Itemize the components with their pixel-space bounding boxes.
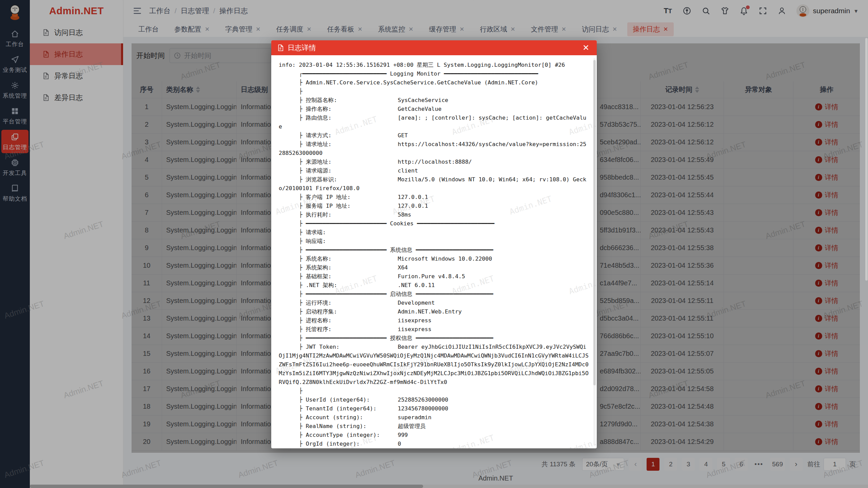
log-line: ├ 来源地址:http://localhost:8888/	[279, 158, 589, 166]
dialog-title: 日志详情	[288, 43, 316, 53]
log-line: ├	[279, 87, 589, 96]
watermark-text: Admin.NET	[274, 55, 319, 57]
log-line: ┌━━━━━━━━━━━━━━━━━━━━━━━━━ Logging Monit…	[279, 69, 589, 78]
log-line: ├ UserId (integer64):252885263000000	[279, 395, 589, 404]
document-icon	[277, 44, 284, 52]
dialog-header: 日志详情 ✕	[271, 40, 597, 55]
log-line: ├ 路由信息:[area]: ; [controller]: sysCache;…	[279, 114, 589, 131]
log-line: ├ Admin.NET.Core.Service.SysCacheService…	[279, 78, 589, 87]
log-line: ├ ━━━━━━━━━━━━━━━━━━━━━━━━ Cookies ━━━━━…	[279, 219, 589, 228]
log-line: ├ 请求端:	[279, 228, 589, 237]
log-line: ├ 响应端:	[279, 237, 589, 246]
log-line: ├ Account (string):superadmin	[279, 413, 589, 422]
log-line: ├ 进程名称:iisexpress	[279, 316, 589, 325]
log-line: ├ JWT Token:Bearer eyJhbGciOiJIUzI1NiIsI…	[279, 343, 589, 387]
watermark-text: Admin.NET	[391, 55, 436, 57]
dialog-scrollbar-thumb[interactable]	[593, 60, 596, 385]
log-line: ├ 浏览器标识:Mozilla/5.0 (Windows NT 10.0; Wi…	[279, 175, 589, 193]
log-line: ├ 启动程序集:Admin.NET.Web.Entry	[279, 307, 589, 316]
log-line: ├ RealName (string):超级管理员	[279, 422, 589, 431]
log-line: ├ 服务端 IP 地址:127.0.0.1	[279, 202, 589, 210]
log-line: ├ 运行环境:Development	[279, 299, 589, 307]
log-line: ├ OrgId (integer):0	[279, 440, 589, 448]
log-line: ├ 系统架构:X64	[279, 263, 589, 272]
log-line: ├ 系统名称:Microsoft Windows 10.0.22000	[279, 255, 589, 263]
log-line: ├ 基础框架:Furion.Pure v4.8.4.5	[279, 272, 589, 281]
dialog-body: info: 2023-01-04 12:55:36.1516291 +08:00…	[271, 55, 597, 448]
app-screen: 工作台业务测试系统管理平台管理日志管理开发工具帮助文档 Admin.NET 访问…	[0, 0, 868, 488]
log-line: ├ 请求端源:client	[279, 166, 589, 175]
log-content: info: 2023-01-04 12:55:36.1516291 +08:00…	[279, 61, 589, 448]
log-line: ├ 操作名称:GetCacheValue	[279, 105, 589, 114]
log-line: ├ 执行耗时:58ms	[279, 210, 589, 219]
log-line: ├ 托管程序:iisexpress	[279, 325, 589, 334]
log-line: ├ ━━━━━━━━━━━━━━━━━━━━━━━━ 启动信息 ━━━━━━━━…	[279, 290, 589, 299]
log-line: ├ 请求方式:GET	[279, 131, 589, 140]
log-line: ├ 客户端 IP 地址:127.0.0.1	[279, 193, 589, 202]
vertical-scrollbar-thumb[interactable]	[865, 38, 868, 281]
log-detail-dialog: 日志详情 ✕ info: 2023-01-04 12:55:36.1516291…	[271, 40, 597, 448]
log-line: ├	[279, 387, 589, 395]
log-line: ├ ━━━━━━━━━━━━━━━━━━━━━━━━ 授权信息 ━━━━━━━━…	[279, 334, 589, 343]
log-line: ├ 控制器名称:SysCacheService	[279, 96, 589, 105]
log-line: info: 2023-01-04 12:55:36.1516291 +08:00…	[279, 61, 589, 69]
log-line: ├ TenantId (integer64):123456780000000	[279, 404, 589, 413]
watermark-text: Admin.NET	[508, 55, 553, 57]
log-line: ├ ━━━━━━━━━━━━━━━━━━━━━━━━ 系统信息 ━━━━━━━━…	[279, 246, 589, 255]
log-line: ├ 请求地址:https://localhost:44326/sysCache/…	[279, 140, 589, 158]
dialog-scrollbar[interactable]	[593, 58, 596, 446]
log-line: ├ AccountType (integer):999	[279, 431, 589, 440]
close-icon[interactable]: ✕	[580, 43, 591, 53]
log-line: ├ .NET 架构:.NET 6.0.11	[279, 281, 589, 290]
